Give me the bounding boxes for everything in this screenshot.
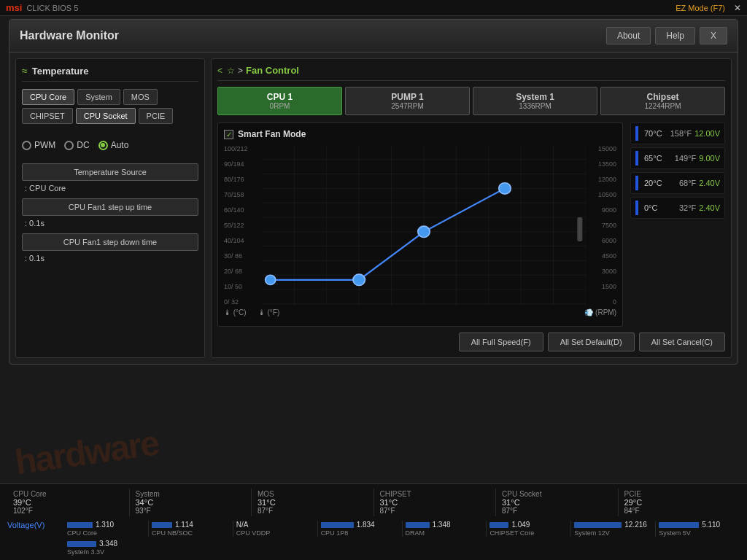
temp-point-bar-3 — [635, 176, 638, 190]
voltage-system-12v: 12.216 System 12V — [571, 521, 656, 537]
dc-label: DC — [77, 140, 89, 150]
temp-point-f-3: 68°F — [679, 179, 696, 187]
step-down-time-button[interactable]: CPU Fan1 step down time — [22, 233, 198, 251]
auto-radio-dot — [98, 141, 108, 150]
step-down-time-value: : 0.1s — [22, 252, 198, 268]
top-close-button[interactable]: ✕ — [734, 3, 741, 13]
chart-canvas-area[interactable] — [262, 145, 586, 306]
all-set-cancel-button[interactable]: All Set Cancel(C) — [639, 332, 725, 351]
sensor-cpu-core-celsius: 39°C — [13, 498, 123, 507]
smart-fan-checkbox-box: ✓ — [224, 130, 233, 139]
temperature-source-value: : CPU Core — [22, 182, 198, 198]
temp-btn-system[interactable]: System — [77, 89, 120, 105]
voltage-cpu-1p8: 1.834 CPU 1P8 — [318, 521, 403, 537]
sensor-cpu-socket-name: CPU Socket — [502, 490, 612, 498]
voltage-system-12v-value: 12.216 — [624, 521, 647, 529]
fan-control-header: < ☆ > Fan Control — [217, 65, 725, 81]
voltage-chipset-core-bar — [489, 522, 508, 528]
sensor-pcie-celsius: 29°C — [624, 498, 735, 507]
step-up-time-value: : 0.1s — [22, 217, 198, 233]
msi-logo: msi — [6, 2, 22, 13]
temp-point-v-3: 2.40V — [699, 179, 720, 187]
voltage-dram: 1.348 DRAM — [403, 521, 487, 537]
fan-system1[interactable]: System 1 1336RPM — [473, 87, 597, 115]
fan-chipset-label: Chipset — [608, 92, 717, 102]
voltage-system-5v-label: System 5V — [659, 529, 691, 537]
temp-point-f-4: 32°F — [679, 203, 696, 212]
temp-point-row-3[interactable]: 20°C 68°F 2.40V — [630, 172, 725, 194]
voltage-cpu-core-value: 1.310 — [96, 521, 114, 529]
voltage-cpu-nb-soc: 1.114 CPU NB/SOC — [149, 521, 233, 537]
panels: ≈ Temperature CPU Core System MOS CHIPSE… — [15, 58, 732, 358]
voltage-row-2: 3.348 System 3.3V — [64, 540, 740, 556]
sensor-system: System 34°C 93°F — [130, 489, 252, 516]
voltage-cpu-core-label: CPU Core — [67, 529, 97, 537]
chart-legend: 🌡 (°C) 🌡 (°F) 💨 (RPM) — [224, 308, 616, 316]
temperature-panel-header: ≈ Temperature — [22, 65, 198, 82]
fan-nav-arrow2: > — [238, 66, 243, 76]
svg-point-22 — [353, 274, 365, 285]
help-button[interactable]: Help — [655, 27, 695, 44]
legend-celsius: 🌡 (°C) — [224, 308, 247, 316]
sensor-system-f: 93°F — [136, 507, 246, 515]
fan-cpu1[interactable]: CPU 1 0RPM — [217, 87, 342, 115]
bios-title: CLICK BIOS 5 — [26, 4, 78, 12]
fan-system1-label: System 1 — [481, 92, 589, 102]
fan-speed-buttons: CPU 1 0RPM PUMP 1 2547RPM System 1 1336R… — [217, 87, 725, 115]
temp-btn-cpu-socket[interactable]: CPU Socket — [76, 108, 136, 124]
temp-point-celsius-4: 0°C — [644, 203, 676, 212]
temp-btn-mos[interactable]: MOS — [123, 89, 158, 105]
sensor-mos: MOS 31°C 87°F — [252, 489, 374, 516]
fan-curve-svg — [262, 145, 586, 306]
temperature-source-button[interactable]: Temperature Source — [22, 163, 198, 181]
fan-control-panel: < ☆ > Fan Control CPU 1 0RPM PUMP 1 2547… — [211, 58, 732, 358]
voltage-cpu-vddp-label: CPU VDDP — [236, 529, 271, 537]
sensor-system-name: System — [136, 490, 246, 498]
temp-points-panel: 70°C 158°F 12.00V 65°C 149°F 9.00V — [630, 122, 725, 327]
hardware-monitor-window: Hardware Monitor About Help X ≈ Temperat… — [9, 19, 738, 365]
close-button[interactable]: X — [700, 27, 727, 44]
sensor-pcie: PCIE 29°C 84°F — [619, 489, 740, 516]
dc-radio[interactable]: DC — [64, 140, 89, 150]
sensor-cpu-socket-f: 87°F — [502, 507, 612, 515]
all-set-default-button[interactable]: All Set Default(D) — [548, 332, 635, 351]
fan-nav-back[interactable]: < — [217, 66, 222, 76]
svg-point-23 — [418, 226, 430, 237]
voltage-chipset-core-label: CHIPSET Core — [489, 529, 534, 537]
step-up-time-button[interactable]: CPU Fan1 step up time — [22, 198, 198, 216]
voltage-system-5v-bar — [659, 522, 699, 528]
temp-point-row-2[interactable]: 65°C 149°F 9.00V — [630, 147, 725, 169]
voltage-cpu-nb-soc-bar — [152, 522, 172, 528]
sensor-cpu-socket: CPU Socket 31°C 87°F — [496, 489, 619, 516]
fan-icon: ☆ — [227, 66, 235, 76]
voltage-cpu-core-bar — [67, 522, 93, 528]
about-button[interactable]: About — [606, 27, 651, 44]
auto-radio[interactable]: Auto — [98, 140, 129, 150]
all-full-speed-button[interactable]: All Full Speed(F) — [459, 332, 543, 351]
sensor-chipset-celsius: 31°C — [380, 498, 490, 507]
fan-pump1[interactable]: PUMP 1 2547RPM — [345, 87, 470, 115]
voltage-system-3v3: 3.348 System 3.3V — [64, 540, 740, 556]
voltage-system-5v: 5.110 System 5V — [656, 521, 740, 537]
temp-btn-cpu-core[interactable]: CPU Core — [22, 89, 74, 105]
smart-fan-checkbox[interactable]: ✓ Smart Fan Mode — [224, 129, 616, 139]
pwm-radio[interactable]: PWM — [22, 140, 55, 150]
voltage-chipset-core-value: 1.049 — [511, 521, 530, 529]
fan-pump1-label: PUMP 1 — [353, 92, 462, 102]
temp-btn-chipset[interactable]: CHIPSET — [22, 108, 73, 124]
dc-radio-dot — [64, 141, 74, 150]
temp-point-row-4[interactable]: 0°C 32°F 2.40V — [630, 197, 725, 219]
temp-btn-pcie[interactable]: PCIE — [139, 108, 174, 124]
temp-point-row-1[interactable]: 70°C 158°F 12.00V — [630, 122, 725, 144]
chart-svg-wrapper: 100/212 90/194 80/176 70/158 60/140 50/1… — [224, 145, 616, 306]
status-bar: CPU Core 39°C 102°F System 34°C 93°F MOS… — [0, 483, 747, 560]
temp-point-celsius-2: 65°C — [644, 154, 672, 163]
voltage-dram-value: 1.348 — [433, 521, 451, 529]
voltage-system-12v-bar — [574, 522, 622, 528]
smart-fan-area: ✓ Smart Fan Mode 100/212 90/194 80/176 7… — [217, 122, 725, 327]
fan-chipset[interactable]: Chipset 12244RPM — [600, 87, 725, 115]
fan-system1-value: 1336RPM — [481, 102, 589, 110]
sensor-chipset: CHIPSET 31°C 87°F — [374, 489, 497, 516]
sensor-pcie-name: PCIE — [624, 490, 735, 498]
pwm-label: PWM — [34, 140, 55, 150]
